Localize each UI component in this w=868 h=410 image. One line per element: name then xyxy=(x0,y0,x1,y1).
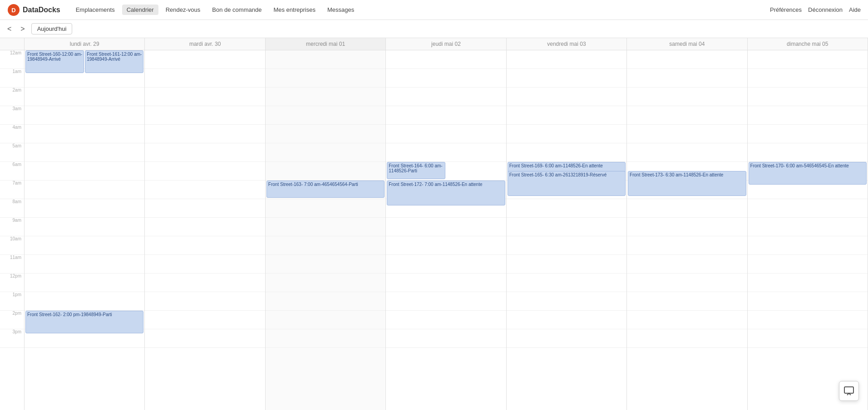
hour-cell-samedi-14[interactable] xyxy=(627,311,747,329)
hour-cell-samedi-2[interactable] xyxy=(627,88,747,106)
hour-cell-mercredi-13[interactable] xyxy=(266,292,385,311)
hour-cell-dimanche-14[interactable] xyxy=(748,311,868,329)
hour-cell-lundi-4[interactable] xyxy=(25,125,144,143)
hour-cell-lundi-13[interactable] xyxy=(25,292,144,311)
hour-cell-vendredi-4[interactable] xyxy=(507,125,626,143)
hour-cell-mercredi-3[interactable] xyxy=(266,106,385,125)
hour-cell-samedi-15[interactable] xyxy=(627,329,747,348)
hour-cell-mardi-13[interactable] xyxy=(145,292,265,311)
event-ev3[interactable]: Front Street-162- 2:00 pm-19848949-Parti xyxy=(25,311,143,333)
hour-cell-dimanche-8[interactable] xyxy=(748,199,868,218)
hour-cell-samedi-12[interactable] xyxy=(627,273,747,292)
event-ev8[interactable]: Front Street-165- 6:30 am-2613218919-Rés… xyxy=(508,171,626,196)
hour-cell-vendredi-1[interactable] xyxy=(507,69,626,88)
hour-cell-jeudi-9[interactable] xyxy=(386,218,506,236)
hour-cell-vendredi-9[interactable] xyxy=(507,218,626,236)
event-ev2[interactable]: Front Street-161-12:00 am-19848949-Arriv… xyxy=(85,50,143,73)
hour-cell-dimanche-5[interactable] xyxy=(748,143,868,162)
hour-cell-jeudi-14[interactable] xyxy=(386,311,506,329)
hour-cell-mercredi-4[interactable] xyxy=(266,125,385,143)
hour-cell-dimanche-15[interactable] xyxy=(748,329,868,348)
hour-cell-lundi-12[interactable] xyxy=(25,273,144,292)
hour-cell-mardi-1[interactable] xyxy=(145,69,265,88)
nav-link-calendrier[interactable]: Calendrier xyxy=(122,5,158,15)
hour-cell-vendredi-11[interactable] xyxy=(507,255,626,273)
hour-cell-lundi-5[interactable] xyxy=(25,143,144,162)
prev-button[interactable]: < xyxy=(5,24,14,34)
hour-cell-dimanche-11[interactable] xyxy=(748,255,868,273)
hour-cell-mardi-5[interactable] xyxy=(145,143,265,162)
hour-cell-samedi-9[interactable] xyxy=(627,218,747,236)
chat-widget[interactable] xyxy=(839,381,859,401)
hour-cell-samedi-8[interactable] xyxy=(627,199,747,218)
hour-cell-vendredi-8[interactable] xyxy=(507,199,626,218)
hour-cell-samedi-5[interactable] xyxy=(627,143,747,162)
hour-cell-mardi-15[interactable] xyxy=(145,329,265,348)
hour-cell-jeudi-12[interactable] xyxy=(386,273,506,292)
hour-cell-dimanche-9[interactable] xyxy=(748,218,868,236)
nav-link-mes-entreprises[interactable]: Mes entreprises xyxy=(269,5,320,15)
hour-cell-mardi-14[interactable] xyxy=(145,311,265,329)
nav-right-deconnexion[interactable]: Déconnexion xyxy=(808,6,843,13)
event-ev5[interactable]: Front Street-164- 6:00 am-1148526-Parti xyxy=(387,162,445,179)
hour-cell-mardi-9[interactable] xyxy=(145,218,265,236)
hour-cell-mercredi-9[interactable] xyxy=(266,218,385,236)
hour-cell-lundi-8[interactable] xyxy=(25,199,144,218)
hour-cell-mardi-12[interactable] xyxy=(145,273,265,292)
today-button[interactable]: Aujourd'hui xyxy=(31,23,73,34)
hour-cell-mercredi-8[interactable] xyxy=(266,199,385,218)
hour-cell-samedi-13[interactable] xyxy=(627,292,747,311)
hour-cell-lundi-2[interactable] xyxy=(25,88,144,106)
hour-cell-mardi-4[interactable] xyxy=(145,125,265,143)
hour-cell-jeudi-0[interactable] xyxy=(386,50,506,69)
hour-cell-lundi-3[interactable] xyxy=(25,106,144,125)
nav-link-messages[interactable]: Messages xyxy=(323,5,359,15)
hour-cell-samedi-10[interactable] xyxy=(627,236,747,255)
hour-cell-dimanche-0[interactable] xyxy=(748,50,868,69)
hour-cell-mercredi-1[interactable] xyxy=(266,69,385,88)
hour-cell-jeudi-15[interactable] xyxy=(386,329,506,348)
hour-cell-mercredi-5[interactable] xyxy=(266,143,385,162)
hour-cell-jeudi-10[interactable] xyxy=(386,236,506,255)
hour-cell-mardi-8[interactable] xyxy=(145,199,265,218)
hour-cell-vendredi-13[interactable] xyxy=(507,292,626,311)
hour-cell-mercredi-0[interactable] xyxy=(266,50,385,69)
hour-cell-jeudi-2[interactable] xyxy=(386,88,506,106)
hour-cell-mardi-7[interactable] xyxy=(145,181,265,199)
hour-cell-samedi-4[interactable] xyxy=(627,125,747,143)
hour-cell-mercredi-11[interactable] xyxy=(266,255,385,273)
hour-cell-jeudi-5[interactable] xyxy=(386,143,506,162)
hour-cell-dimanche-12[interactable] xyxy=(748,273,868,292)
hour-cell-samedi-11[interactable] xyxy=(627,255,747,273)
hour-cell-vendredi-12[interactable] xyxy=(507,273,626,292)
hour-cell-vendredi-5[interactable] xyxy=(507,143,626,162)
event-ev6[interactable]: Front Street-172- 7:00 am-1148526-En att… xyxy=(387,181,505,205)
hour-cell-vendredi-0[interactable] xyxy=(507,50,626,69)
hour-cell-dimanche-2[interactable] xyxy=(748,88,868,106)
hour-cell-samedi-0[interactable] xyxy=(627,50,747,69)
hour-cell-mardi-3[interactable] xyxy=(145,106,265,125)
hour-cell-vendredi-15[interactable] xyxy=(507,329,626,348)
hour-cell-jeudi-4[interactable] xyxy=(386,125,506,143)
hour-cell-mercredi-15[interactable] xyxy=(266,329,385,348)
hour-cell-mardi-2[interactable] xyxy=(145,88,265,106)
hour-cell-vendredi-2[interactable] xyxy=(507,88,626,106)
event-ev4[interactable]: Front Street-163- 7:00 am-4654654564-Par… xyxy=(266,181,385,198)
hour-cell-lundi-11[interactable] xyxy=(25,255,144,273)
hour-cell-lundi-7[interactable] xyxy=(25,181,144,199)
hour-cell-mercredi-14[interactable] xyxy=(266,311,385,329)
nav-link-emplacements[interactable]: Emplacements xyxy=(71,5,119,15)
event-ev1[interactable]: Front Street-160-12:00 am-19848949-Arriv… xyxy=(25,50,84,73)
hour-cell-jeudi-13[interactable] xyxy=(386,292,506,311)
hour-cell-mardi-6[interactable] xyxy=(145,162,265,181)
hour-cell-jeudi-1[interactable] xyxy=(386,69,506,88)
hour-cell-mercredi-10[interactable] xyxy=(266,236,385,255)
hour-cell-mardi-0[interactable] xyxy=(145,50,265,69)
nav-right-preferences[interactable]: Préférences xyxy=(770,6,802,13)
hour-cell-lundi-9[interactable] xyxy=(25,218,144,236)
next-button[interactable]: > xyxy=(18,24,27,34)
hour-cell-lundi-6[interactable] xyxy=(25,162,144,181)
hour-cell-dimanche-4[interactable] xyxy=(748,125,868,143)
event-ev10[interactable]: Front Street-170- 6:00 am-546546545-En a… xyxy=(749,162,867,185)
hour-cell-dimanche-13[interactable] xyxy=(748,292,868,311)
